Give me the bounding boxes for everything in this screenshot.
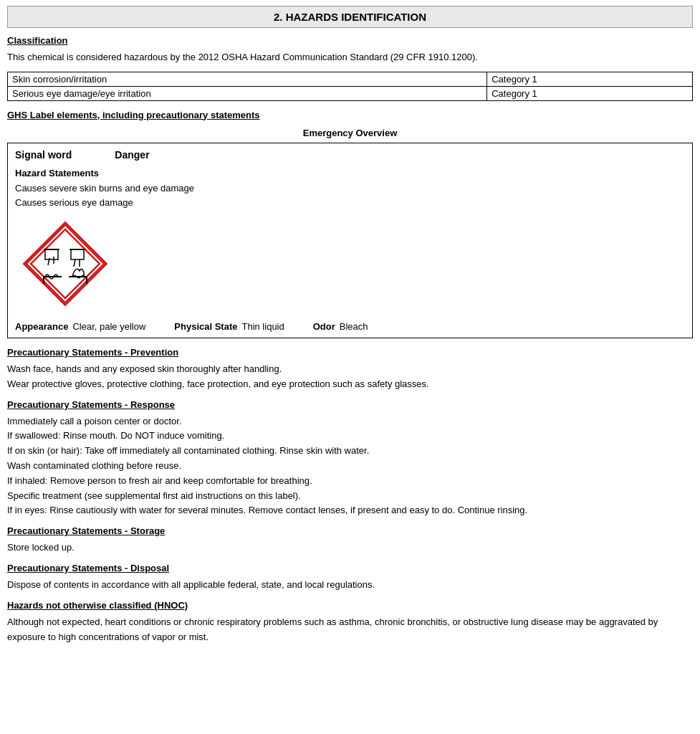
prevention-line: Wear protective gloves, protective cloth…: [7, 377, 693, 392]
appearance-label: Appearance: [15, 321, 68, 332]
emergency-overview-box: Signal word Danger Hazard Statements Cau…: [7, 143, 693, 339]
hazard-statements-label: Hazard Statements: [15, 168, 685, 178]
ghs-corrosion-icon: [22, 221, 108, 307]
response-line: If inhaled: Remove person to fresh air a…: [7, 474, 693, 489]
hazard-classification-table: Skin corrosion/irritationCategory 1Serio…: [7, 72, 693, 101]
response-text: Immediately call a poison center or doct…: [7, 414, 693, 519]
prevention-text: Wash face, hands and any exposed skin th…: [7, 362, 693, 392]
ghs-label-heading: GHS Label elements, including precaution…: [7, 110, 693, 120]
precautionary-disposal-section: Precautionary Statements - Disposal Disp…: [7, 563, 693, 593]
disposal-text: Dispose of contents in accordance with a…: [7, 578, 693, 593]
precautionary-storage-section: Precautionary Statements - Storage Store…: [7, 525, 693, 556]
physical-state-item: Physical State Thin liquid: [174, 321, 284, 332]
precautionary-prevention-section: Precautionary Statements - Prevention Wa…: [7, 347, 693, 392]
response-line: If in eyes: Rinse cautiously with water …: [7, 503, 693, 518]
hnoc-heading: Hazards not otherwise classified (HNOC): [7, 600, 693, 611]
response-line: Wash contaminated clothing before reuse.: [7, 459, 693, 474]
hnoc-line: Although not expected, heart conditions …: [7, 615, 693, 645]
physical-state-label: Physical State: [174, 321, 237, 332]
emergency-overview-title: Emergency Overview: [7, 128, 693, 138]
hazard-statements-text: Causes severe skin burns and eye damageC…: [15, 181, 685, 211]
table-row: Skin corrosion/irritationCategory 1: [8, 72, 693, 86]
hnoc-section: Hazards not otherwise classified (HNOC) …: [7, 600, 693, 645]
hazard-cell: Skin corrosion/irritation: [8, 72, 487, 86]
storage-line: Store locked up.: [7, 540, 693, 556]
page-title: 2. HAZARDS IDENTIFICATION: [7, 6, 693, 28]
odor-item: Odor Bleach: [313, 321, 368, 332]
odor-value: Bleach: [340, 321, 368, 332]
physical-state-value: Thin liquid: [241, 321, 284, 332]
classification-heading: Classification: [7, 35, 693, 46]
category-cell: Category 1: [487, 72, 693, 86]
hazard-line: Causes severe skin burns and eye damage: [15, 181, 685, 196]
precautionary-prevention-heading: Precautionary Statements - Prevention: [7, 347, 693, 358]
signal-word-value: Danger: [115, 149, 149, 161]
response-line: If on skin (or hair): Take off immediate…: [7, 444, 693, 459]
response-line: Specific treatment (see supplemental fir…: [7, 489, 693, 504]
appearance-value: Clear, pale yellow: [72, 321, 145, 332]
precautionary-response-section: Precautionary Statements - Response Imme…: [7, 399, 693, 519]
response-line: Immediately call a poison center or doct…: [7, 414, 693, 429]
table-row: Serious eye damage/eye irritationCategor…: [8, 86, 693, 100]
disposal-line: Dispose of contents in accordance with a…: [7, 578, 693, 593]
svg-marker-0: [25, 224, 105, 304]
response-line: If swallowed: Rinse mouth. Do NOT induce…: [7, 429, 693, 444]
classification-description: This chemical is considered hazardous by…: [7, 50, 693, 65]
precautionary-disposal-heading: Precautionary Statements - Disposal: [7, 563, 693, 573]
category-cell: Category 1: [487, 86, 693, 100]
precautionary-storage-heading: Precautionary Statements - Storage: [7, 525, 693, 536]
hazard-cell: Serious eye damage/eye irritation: [8, 86, 487, 100]
signal-word-row: Signal word Danger: [15, 149, 685, 161]
prevention-line: Wash face, hands and any exposed skin th…: [7, 362, 693, 377]
appearance-row: Appearance Clear, pale yellow Physical S…: [15, 317, 685, 332]
hnoc-text: Although not expected, heart conditions …: [7, 615, 693, 645]
odor-label: Odor: [313, 321, 335, 332]
precautionary-response-heading: Precautionary Statements - Response: [7, 399, 693, 410]
storage-text: Store locked up.: [7, 540, 693, 556]
appearance-item: Appearance Clear, pale yellow: [15, 321, 145, 332]
signal-word-label: Signal word: [15, 149, 72, 161]
hazard-line: Causes serious eye damage: [15, 196, 685, 211]
